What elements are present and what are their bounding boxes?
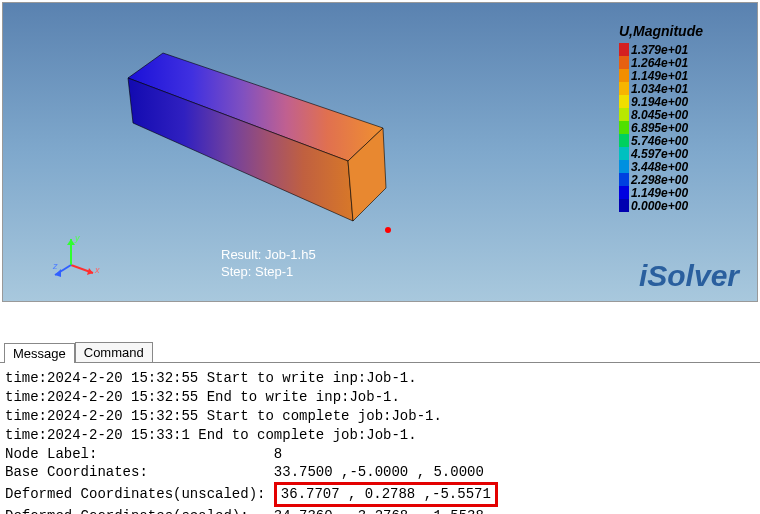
- legend-value: 1.379e+01: [631, 43, 688, 57]
- legend-value: 0.000e+00: [631, 199, 688, 213]
- color-legend: U,Magnitude 1.379e+011.264e+011.149e+011…: [619, 23, 739, 212]
- result-step-label: Step: Step-1: [221, 263, 316, 281]
- log-line: time:2024-2-20 15:32:55 Start to write i…: [5, 369, 755, 388]
- deformed-unscaled-highlight: 36.7707 , 0.2788 ,-5.5571: [274, 482, 498, 507]
- legend-value: 8.045e+00: [631, 108, 688, 122]
- legend-swatch: [619, 108, 629, 121]
- tab-command[interactable]: Command: [75, 342, 153, 362]
- legend-entry: 5.746e+00: [619, 134, 739, 147]
- legend-swatch: [619, 69, 629, 82]
- legend-value: 1.264e+01: [631, 56, 688, 70]
- legend-entry: 0.000e+00: [619, 199, 739, 212]
- log-line: Deformed Coordinates(unscaled): 36.7707 …: [5, 482, 755, 507]
- legend-value: 1.149e+01: [631, 69, 688, 83]
- log-line: Deformed Coordinates(scaled): 34.7360 ,-…: [5, 507, 755, 514]
- svg-text:x: x: [94, 265, 100, 275]
- legend-entry: 8.045e+00: [619, 108, 739, 121]
- legend-entry: 9.194e+00: [619, 95, 739, 108]
- legend-value: 4.597e+00: [631, 147, 688, 161]
- legend-value: 1.034e+01: [631, 82, 688, 96]
- legend-swatch: [619, 160, 629, 173]
- log-line: time:2024-2-20 15:33:1 End to complete j…: [5, 426, 755, 445]
- log-line: time:2024-2-20 15:32:55 Start to complet…: [5, 407, 755, 426]
- log-line: Node Label: 8: [5, 445, 755, 464]
- lower-panel-tabs: MessageCommand: [0, 342, 760, 362]
- svg-marker-6: [67, 239, 75, 245]
- legend-entry: 1.034e+01: [619, 82, 739, 95]
- message-panel[interactable]: time:2024-2-20 15:32:55 Start to write i…: [0, 362, 760, 514]
- legend-swatch: [619, 56, 629, 69]
- base-coords-value: 33.7500 ,-5.0000 , 5.0000: [274, 464, 484, 480]
- legend-swatch: [619, 186, 629, 199]
- legend-value: 2.298e+00: [631, 173, 688, 187]
- legend-entry: 3.448e+00: [619, 160, 739, 173]
- deformed-scaled-value: 34.7360 ,-3.2768 , 1.5538: [274, 508, 484, 514]
- isolver-logo: iSolver: [639, 259, 739, 293]
- selected-node-marker: [385, 227, 391, 233]
- legend-entry: 1.149e+00: [619, 186, 739, 199]
- legend-swatch: [619, 82, 629, 95]
- svg-text:z: z: [52, 261, 58, 271]
- legend-entry: 1.264e+01: [619, 56, 739, 69]
- log-line: time:2024-2-20 15:32:55 End to write inp…: [5, 388, 755, 407]
- legend-swatch: [619, 199, 629, 212]
- result-file-label: Result: Job-1.h5: [221, 246, 316, 264]
- legend-title: U,Magnitude: [619, 23, 739, 39]
- svg-text:y: y: [74, 233, 80, 243]
- legend-swatch: [619, 121, 629, 134]
- axis-triad: x y z: [51, 233, 101, 283]
- legend-swatch: [619, 173, 629, 186]
- legend-swatch: [619, 95, 629, 108]
- legend-entry: 2.298e+00: [619, 173, 739, 186]
- legend-value: 9.194e+00: [631, 95, 688, 109]
- legend-swatch: [619, 147, 629, 160]
- viewport-3d[interactable]: U,Magnitude 1.379e+011.264e+011.149e+011…: [2, 2, 758, 302]
- result-info-text: Result: Job-1.h5 Step: Step-1: [221, 246, 316, 281]
- legend-value: 5.746e+00: [631, 134, 688, 148]
- log-line: Base Coordinates: 33.7500 ,-5.0000 , 5.0…: [5, 463, 755, 482]
- legend-swatch: [619, 43, 629, 56]
- node-label-value: 8: [274, 446, 282, 462]
- legend-value: 3.448e+00: [631, 160, 688, 174]
- legend-entry: 4.597e+00: [619, 147, 739, 160]
- legend-entry: 1.149e+01: [619, 69, 739, 82]
- legend-value: 1.149e+00: [631, 186, 688, 200]
- legend-value: 6.895e+00: [631, 121, 688, 135]
- legend-entry: 1.379e+01: [619, 43, 739, 56]
- legend-entry: 6.895e+00: [619, 121, 739, 134]
- legend-swatch: [619, 134, 629, 147]
- deformed-beam-model: [118, 43, 418, 243]
- tab-message[interactable]: Message: [4, 343, 75, 363]
